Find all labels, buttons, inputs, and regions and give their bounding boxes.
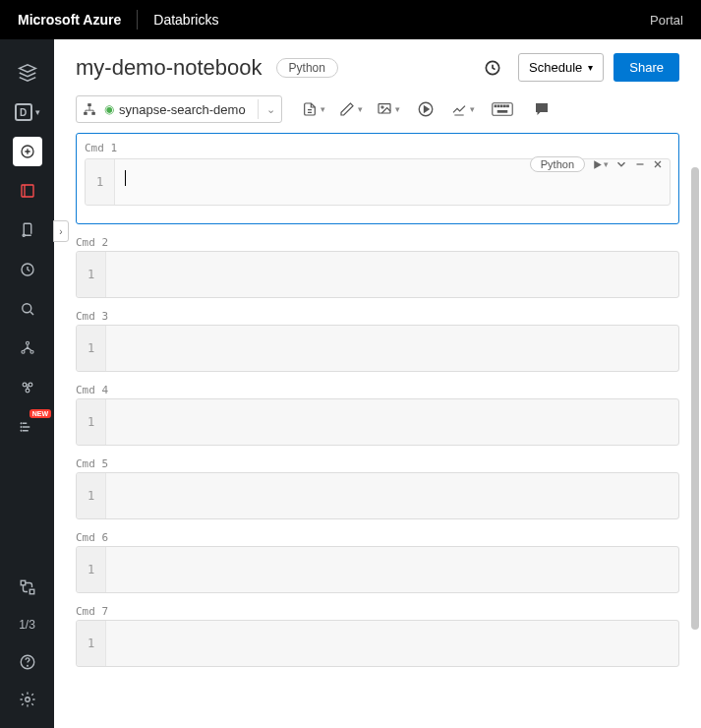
code-editor[interactable] — [106, 473, 678, 518]
svg-point-10 — [26, 389, 29, 393]
sidebar-item-mlflow[interactable] — [0, 569, 54, 606]
code-editor[interactable] — [106, 399, 678, 445]
svg-rect-25 — [497, 105, 499, 107]
cell-body[interactable]: 1Python▾ — [85, 158, 671, 206]
svg-point-14 — [27, 665, 28, 666]
cell-label: Cmd 4 — [76, 384, 679, 396]
sidebar-item-data[interactable] — [0, 329, 54, 368]
chevron-down-icon[interactable] — [614, 157, 628, 171]
new-badge: NEW — [29, 409, 51, 418]
cell-body[interactable]: 1 — [76, 398, 679, 446]
svg-rect-26 — [500, 105, 502, 107]
cluster-name: synapse-search-demo — [119, 102, 246, 117]
notebook-title[interactable]: my-demo-notebook — [76, 55, 263, 81]
minimize-cell-button[interactable] — [634, 158, 646, 170]
top-bar: Microsoft Azure Databricks Portal — [0, 0, 701, 39]
create-button[interactable] — [13, 137, 42, 166]
svg-point-15 — [25, 698, 29, 702]
line-number-gutter: 1 — [86, 159, 115, 205]
svg-rect-19 — [91, 112, 95, 115]
run-all-button[interactable] — [408, 95, 443, 123]
image-menu-button[interactable]: ▾ — [371, 95, 406, 123]
notebook-cell[interactable]: Cmd 61 — [76, 531, 679, 593]
notebook-cell[interactable]: Cmd 41 — [76, 384, 679, 446]
cell-body[interactable]: 1 — [76, 546, 679, 593]
notebook-cell[interactable]: Cmd 71 — [76, 605, 679, 667]
sidebar-item-compute[interactable] — [0, 368, 54, 407]
cell-body[interactable]: 1 — [76, 251, 679, 298]
svg-rect-29 — [497, 111, 506, 113]
code-editor[interactable] — [106, 621, 678, 666]
notebook-cell[interactable]: Cmd 21 — [76, 236, 679, 298]
sidebar-counter: 1/3 — [19, 606, 35, 643]
language-pill[interactable]: Python — [276, 58, 338, 78]
schedule-button[interactable]: Schedule ▾ — [518, 53, 604, 82]
file-menu-button[interactable]: ▾ — [296, 95, 331, 123]
text-cursor — [125, 170, 126, 186]
sidebar-item-settings[interactable] — [0, 681, 54, 718]
code-editor[interactable] — [106, 252, 678, 297]
cell-label: Cmd 7 — [76, 605, 679, 618]
sidebar-persona-switcher[interactable]: D▾ — [0, 92, 54, 132]
cell-label: Cmd 6 — [76, 531, 679, 544]
svg-point-4 — [22, 304, 30, 313]
scrollbar[interactable] — [691, 167, 699, 639]
line-number-gutter: 1 — [77, 473, 106, 518]
schedule-label: Schedule — [529, 60, 582, 75]
close-cell-button[interactable] — [652, 158, 664, 170]
portal-link[interactable]: Portal — [650, 13, 683, 28]
notebook-cell[interactable]: Cmd 11Python▾ — [76, 133, 679, 224]
notebook-cell[interactable]: Cmd 31 — [76, 310, 679, 372]
svg-rect-24 — [495, 105, 497, 107]
sidebar-item-help[interactable] — [0, 643, 54, 681]
sidebar-item-search[interactable] — [0, 289, 54, 329]
svg-rect-27 — [503, 105, 505, 107]
cell-body[interactable]: 1 — [76, 620, 679, 667]
edit-menu-button[interactable]: ▾ — [333, 95, 369, 123]
svg-point-21 — [381, 106, 383, 108]
sidebar-item-workspace[interactable] — [0, 171, 54, 211]
keyboard-shortcuts-button[interactable] — [483, 95, 522, 123]
svg-rect-28 — [506, 105, 508, 107]
cell-label: Cmd 3 — [76, 310, 679, 323]
line-number-gutter: 1 — [77, 326, 106, 371]
run-cell-button[interactable]: ▾ — [591, 158, 609, 171]
svg-point-7 — [30, 350, 33, 353]
code-editor[interactable] — [106, 326, 678, 371]
cell-body[interactable]: 1 — [76, 325, 679, 372]
cell-label: Cmd 1 — [85, 142, 671, 154]
line-number-gutter: 1 — [77, 547, 106, 592]
sidebar-item-repos[interactable] — [0, 211, 54, 250]
svg-rect-17 — [88, 103, 91, 106]
code-editor[interactable] — [106, 547, 678, 592]
svg-rect-12 — [29, 589, 34, 594]
cell-toolbar: Python▾ — [530, 156, 664, 172]
cell-label: Cmd 5 — [76, 457, 679, 470]
status-dot-icon: ◉ — [104, 102, 114, 116]
line-number-gutter: 1 — [77, 621, 106, 666]
cell-label: Cmd 2 — [76, 236, 679, 249]
line-number-gutter: 1 — [77, 252, 106, 297]
brand-label: Microsoft Azure — [18, 12, 121, 28]
comments-button[interactable] — [524, 95, 559, 123]
sidebar: D▾ NEW 1/3 — [0, 39, 54, 728]
notebook-header: my-demo-notebook Python Schedule ▾ Share — [54, 39, 701, 91]
main-content: my-demo-notebook Python Schedule ▾ Share… — [54, 39, 701, 728]
cells-container: Cmd 11Python▾Cmd 21Cmd 31Cmd 41Cmd 51Cmd… — [54, 131, 701, 728]
cell-body[interactable]: 1 — [76, 472, 679, 519]
product-label: Databricks — [153, 12, 218, 28]
notebook-cell[interactable]: Cmd 51 — [76, 457, 679, 519]
cluster-attach-dropdown[interactable]: ◉ synapse-search-demo ⌄ — [76, 95, 282, 123]
share-button[interactable]: Share — [613, 53, 679, 82]
clear-menu-button[interactable]: ▾ — [445, 95, 481, 123]
cell-language-pill[interactable]: Python — [530, 156, 585, 172]
databricks-logo-icon[interactable] — [0, 53, 54, 92]
sidebar-item-workflows[interactable]: NEW — [0, 407, 54, 447]
svg-rect-11 — [21, 580, 26, 585]
topbar-divider — [137, 10, 138, 30]
sidebar-item-recents[interactable] — [0, 250, 54, 289]
svg-rect-18 — [84, 112, 88, 115]
notebook-toolbar: ◉ synapse-search-demo ⌄ ▾ ▾ ▾ ▾ — [54, 91, 701, 131]
sidebar-expand-toggle[interactable]: › — [53, 220, 69, 242]
history-icon[interactable] — [483, 58, 502, 78]
